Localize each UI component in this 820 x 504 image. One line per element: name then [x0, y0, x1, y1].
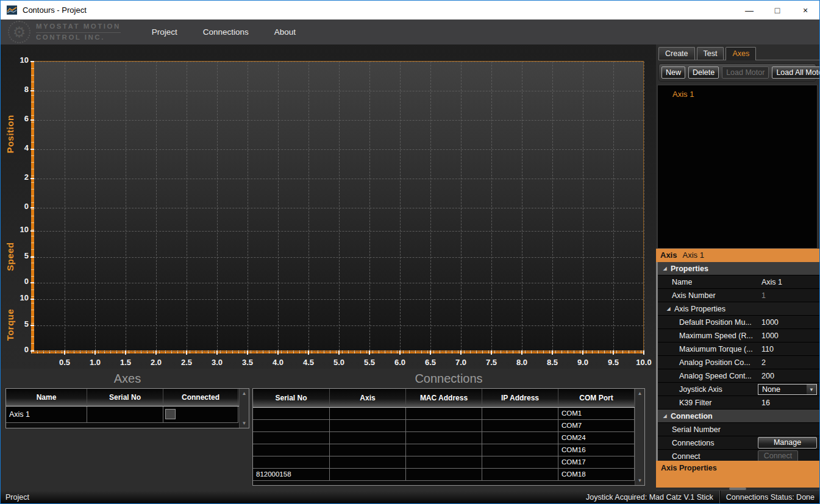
- axes-table-row[interactable]: Axis 1: [6, 406, 249, 423]
- column-header-com-port[interactable]: COM Port: [558, 389, 635, 407]
- v-gridline: [278, 62, 279, 350]
- cell-axis: [330, 432, 406, 444]
- axis-list-item[interactable]: Axis 1: [658, 85, 817, 99]
- property-value[interactable]: 1: [761, 289, 766, 302]
- group-connection[interactable]: ◢Connection: [656, 410, 819, 423]
- connections-table-row[interactable]: 812000158COM18: [253, 469, 644, 481]
- property-analog-position-co: Analog Position Co...2: [658, 356, 819, 369]
- axis-list: Axis 1: [657, 85, 818, 249]
- x-tick-label: 10.0: [629, 358, 659, 367]
- connected-checkbox[interactable]: [165, 409, 176, 419]
- x-major-tick: [338, 350, 340, 355]
- minimize-button[interactable]: —: [735, 1, 763, 20]
- connect-button[interactable]: Connect: [758, 450, 798, 461]
- new-button[interactable]: New: [661, 66, 685, 79]
- scroll-down-icon[interactable]: ▼: [242, 419, 247, 428]
- property-value[interactable]: 16: [761, 396, 770, 410]
- column-header-name[interactable]: Name: [6, 389, 87, 406]
- property-value[interactable]: 1000: [761, 329, 779, 343]
- y-tick-label: 4: [10, 143, 29, 152]
- vertical-scrollbar[interactable]: ▲▼: [635, 389, 644, 485]
- connections-table-row[interactable]: COM16: [253, 444, 644, 456]
- y-major-tick: [30, 325, 34, 326]
- brand-line1: MYOSTAT MOTION: [36, 22, 121, 33]
- connections-table-row[interactable]: COM17: [253, 456, 644, 469]
- x-tick-label: 3.5: [232, 358, 263, 367]
- cell-axis: [330, 420, 406, 432]
- x-tick-label: 1.5: [110, 358, 141, 367]
- connections-table-row[interactable]: COM24: [253, 432, 644, 444]
- v-gridline: [217, 62, 218, 350]
- cell-com-port: COM1: [558, 408, 635, 420]
- x-major-tick: [369, 350, 370, 355]
- property-name: NameAxis 1: [658, 275, 819, 289]
- delete-button[interactable]: Delete: [688, 66, 719, 79]
- menu-bar: ⚙ MYOSTAT MOTION CONTROL INC. ProjectCon…: [1, 20, 819, 44]
- y-major-tick: [30, 257, 34, 258]
- menu-item-project[interactable]: Project: [139, 24, 190, 40]
- cell-ip-address: [482, 469, 558, 481]
- cell-serial-no: [253, 420, 330, 432]
- x-tick-label: 2.5: [171, 358, 202, 367]
- y-tick-label: 0: [10, 345, 29, 354]
- column-header-mac-address[interactable]: MAC Address: [406, 389, 482, 407]
- panel-splitter-handle[interactable]: [729, 488, 746, 490]
- tab-create[interactable]: Create: [658, 47, 695, 60]
- group-axis-properties[interactable]: ◢Axis Properties: [658, 302, 819, 316]
- property-value[interactable]: 1000: [761, 316, 779, 329]
- x-major-tick: [277, 350, 279, 355]
- group-properties[interactable]: ◢Properties: [656, 262, 819, 275]
- column-header-serial-no[interactable]: Serial No: [253, 389, 330, 407]
- menu-item-about[interactable]: About: [262, 24, 308, 40]
- column-header-connected[interactable]: Connected: [163, 389, 238, 406]
- column-header-ip-address[interactable]: IP Address: [482, 389, 558, 407]
- property-value[interactable]: Axis 1: [761, 275, 782, 289]
- cell-ip-address: [482, 408, 558, 420]
- connections-panel: Connections Serial NoAxisMAC AddressIP A…: [252, 369, 645, 486]
- column-header-axis[interactable]: Axis: [330, 389, 406, 407]
- y-tick-label: 5: [10, 319, 29, 328]
- x-tick-label: 2.0: [141, 358, 171, 367]
- connections-table-row[interactable]: COM1: [253, 408, 644, 420]
- v-gridline: [461, 62, 462, 350]
- window-controls: — □ ×: [735, 1, 819, 20]
- y-tick-label: 10: [10, 55, 29, 65]
- tab-test[interactable]: Test: [697, 47, 724, 60]
- y-tick-label: 6: [10, 114, 29, 123]
- property-label: K39 Filter: [658, 399, 712, 407]
- menu-item-connections[interactable]: Connections: [190, 24, 262, 40]
- connections-panel-title: Connections: [252, 369, 645, 388]
- connections-table-header: Serial NoAxisMAC AddressIP AddressCOM Po…: [253, 389, 644, 408]
- scroll-down-icon[interactable]: ▼: [638, 476, 643, 485]
- joystick-axis-combo[interactable]: None▼: [758, 384, 817, 395]
- vertical-scrollbar[interactable]: ▲▼: [239, 389, 249, 428]
- column-header-serial-no[interactable]: Serial No: [87, 389, 163, 406]
- property-value[interactable]: 200: [761, 369, 774, 383]
- scroll-up-icon[interactable]: ▲: [638, 389, 643, 398]
- maximize-button[interactable]: □: [763, 1, 791, 20]
- load-motor-button[interactable]: Load Motor: [722, 66, 769, 79]
- gear-logo-icon: ⚙: [8, 21, 30, 43]
- app-window: Contours - Project — □ × ⚙ MYOSTAT MOTIO…: [0, 0, 820, 504]
- property-value[interactable]: 110: [761, 343, 774, 356]
- right-panel: CreateTestAxes NewDeleteLoad MotorLoad A…: [656, 44, 819, 490]
- connections-table-row[interactable]: COM7: [253, 420, 644, 432]
- load-all-motor-button[interactable]: Load All Motor: [772, 66, 820, 79]
- tab-axes[interactable]: Axes: [726, 47, 756, 60]
- cell-connected: [163, 406, 238, 423]
- y-tick-label: 10: [10, 225, 29, 234]
- y-major-tick: [30, 149, 34, 150]
- property-value[interactable]: 2: [761, 356, 766, 369]
- x-tick-label: 9.0: [568, 358, 598, 367]
- x-tick-label: 8.5: [537, 358, 568, 367]
- property-maxiumum-torque: Maxiumum Torque (...110: [658, 343, 819, 356]
- scroll-up-icon[interactable]: ▲: [242, 389, 247, 398]
- x-major-tick: [64, 350, 65, 355]
- connections-table: Serial NoAxisMAC AddressIP AddressCOM Po…: [252, 388, 645, 486]
- cell-com-port: COM16: [558, 444, 635, 456]
- property-label: Analog Speed Cont...: [658, 372, 752, 380]
- cell-serial-no: [253, 456, 330, 469]
- close-button[interactable]: ×: [791, 1, 819, 20]
- x-major-tick: [94, 350, 96, 355]
- manage-button[interactable]: Manage: [758, 437, 817, 449]
